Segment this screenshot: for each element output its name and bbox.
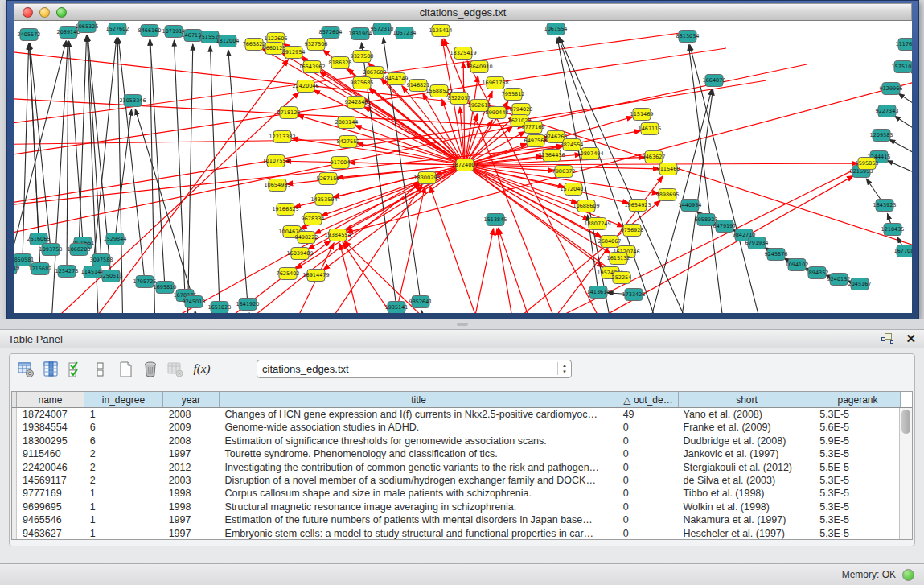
graph-edge[interactable] bbox=[67, 41, 68, 271]
table-cell[interactable]: 9465546 bbox=[17, 513, 84, 526]
graph-node-yellow[interactable]: 1467115 bbox=[639, 123, 662, 135]
table-cell[interactable]: 6 bbox=[84, 435, 163, 447]
graph-node-yellow[interactable]: 19654923 bbox=[624, 200, 651, 212]
graph-node-yellow[interactable]: 9327506 bbox=[305, 39, 328, 51]
graph-node-teal[interactable]: 8813034 bbox=[676, 31, 700, 43]
graph-node-yellow[interactable]: 14353594 bbox=[310, 194, 337, 206]
graph-edge[interactable] bbox=[340, 244, 364, 313]
table-cell[interactable]: 0 bbox=[618, 435, 678, 447]
table-cell[interactable]: 9463627 bbox=[17, 527, 84, 539]
node-table[interactable]: name in_degree year title △ out_de… shor… bbox=[11, 391, 913, 540]
graph-node-yellow[interactable]: 7986372 bbox=[552, 166, 576, 178]
table-cell[interactable]: 1997 bbox=[163, 447, 220, 460]
table-cell[interactable]: 5.3E-5 bbox=[814, 408, 899, 421]
table-cell[interactable]: 2 bbox=[84, 461, 163, 474]
table-cell[interactable]: 1997 bbox=[163, 513, 220, 526]
row-boxes-icon[interactable] bbox=[90, 359, 111, 380]
graph-node-teal[interactable]: 1068203 bbox=[68, 244, 91, 256]
graph-node-teal[interactable]: 1250513 bbox=[100, 270, 123, 282]
graph-node-yellow[interactable]: 2718126 bbox=[277, 107, 301, 119]
graph-node-teal[interactable]: 1117604 bbox=[896, 39, 912, 51]
splitter-grip[interactable] bbox=[457, 323, 468, 326]
horizontal-splitter[interactable] bbox=[0, 319, 924, 329]
maximize-window-icon[interactable] bbox=[56, 7, 67, 18]
table-cell[interactable]: Jankovic et al. (1997) bbox=[678, 447, 815, 460]
graph-node-teal[interactable]: 1209383 bbox=[870, 130, 893, 142]
graph-node-yellow[interactable]: 917004 bbox=[331, 157, 351, 169]
network-view-canvas[interactable]: 2405572206914010653251527602846616010719… bbox=[14, 21, 912, 313]
column-header-short[interactable]: short bbox=[679, 392, 815, 407]
table-cell[interactable]: 9777169 bbox=[17, 487, 84, 500]
graph-node-teal[interactable]: 1513845 bbox=[484, 214, 507, 226]
table-cell[interactable]: 19384554 bbox=[17, 421, 84, 434]
table-cell[interactable]: 2008 bbox=[163, 408, 220, 421]
graph-edge[interactable] bbox=[889, 139, 912, 173]
table-cell[interactable]: Stergiakouli et al. (2012) bbox=[678, 461, 815, 474]
graph-node-yellow[interactable]: 15720407 bbox=[560, 183, 586, 196]
graph-node-yellow[interactable]: 21364436 bbox=[538, 150, 565, 162]
table-row[interactable]: 1456911722003Disruption of a novel membe… bbox=[12, 474, 899, 487]
graph-node-yellow[interactable]: 10107554 bbox=[262, 155, 289, 167]
window-titlebar[interactable]: citations_edges.txt bbox=[14, 3, 912, 21]
graph-node-yellow[interactable]: 9115460 bbox=[657, 163, 680, 175]
graph-node-teal[interactable]: 8572604 bbox=[319, 27, 343, 39]
graph-node-teal[interactable]: 1677081 bbox=[894, 245, 912, 257]
graph-edge[interactable] bbox=[23, 43, 29, 260]
graph-node-teal[interactable]: 9129966 bbox=[880, 83, 903, 95]
table-cell[interactable]: 1997 bbox=[163, 527, 220, 539]
table-cell[interactable]: Franke et al. (2009) bbox=[678, 421, 815, 434]
graph-edge[interactable] bbox=[910, 72, 912, 97]
table-cell[interactable]: 0 bbox=[618, 501, 678, 513]
table-cell[interactable]: Investigating the contribution of common… bbox=[220, 461, 618, 474]
column-header-pagerank[interactable]: pagerank bbox=[815, 392, 901, 407]
scrollbar-thumb[interactable] bbox=[901, 410, 910, 434]
graph-node-teal[interactable]: 1733426 bbox=[622, 289, 646, 301]
graph-edge[interactable] bbox=[421, 311, 426, 313]
table-cell[interactable]: 5.6E-5 bbox=[814, 421, 899, 434]
column-header-name[interactable]: name bbox=[17, 392, 84, 407]
table-cell[interactable]: Tibbo et al. (1998) bbox=[678, 487, 815, 500]
table-row[interactable]: 977716911998Corpus callosum shape and si… bbox=[12, 487, 899, 500]
column-header-out-degree[interactable]: △ out_de… bbox=[618, 392, 679, 407]
graph-edge[interactable] bbox=[285, 161, 465, 165]
function-builder-icon[interactable]: f(x) bbox=[190, 359, 214, 380]
table-cell[interactable]: Corpus callosum shape and size in male p… bbox=[220, 487, 618, 500]
table-cell[interactable]: 5.3E-5 bbox=[814, 447, 899, 460]
graph-node-yellow[interactable]: 9242848 bbox=[345, 97, 368, 109]
graph-node-teal[interactable]: 1093758 bbox=[39, 244, 63, 256]
table-cell[interactable]: 5.3E-5 bbox=[814, 501, 899, 513]
table-row[interactable]: 946362711997Embryonic stem cells: a mode… bbox=[12, 527, 899, 539]
graph-node-yellow[interactable]: 1151469 bbox=[630, 109, 654, 121]
table-cell[interactable]: 5.3E-5 bbox=[814, 474, 899, 487]
table-row[interactable]: 969969511998Structural magnetic resonanc… bbox=[12, 501, 899, 513]
graph-node-yellow[interactable]: 19384554 bbox=[324, 229, 351, 241]
graph-node-yellow[interactable]: 1615132 bbox=[607, 253, 630, 265]
graph-node-teal[interactable]: 1061554 bbox=[544, 23, 568, 35]
graph-node-yellow[interactable]: 9678334 bbox=[302, 213, 325, 225]
table-cell[interactable]: Genome-wide association studies in ADHD. bbox=[220, 421, 618, 434]
table-cell[interactable]: 5.3E-5 bbox=[814, 487, 899, 500]
graph-node-yellow[interactable]: 8186328 bbox=[329, 57, 352, 69]
graph-node-teal[interactable]: 1529844 bbox=[104, 233, 127, 245]
table-cell[interactable]: Yano et al. (2008) bbox=[678, 408, 815, 421]
graph-edge[interactable] bbox=[210, 46, 220, 307]
table-options-icon[interactable] bbox=[15, 359, 36, 380]
close-window-icon[interactable] bbox=[23, 7, 33, 18]
show-columns-icon[interactable] bbox=[40, 359, 61, 380]
graph-edge[interactable] bbox=[887, 160, 912, 189]
graph-node-teal[interactable]: 6791934 bbox=[745, 237, 769, 249]
table-cell[interactable]: 2 bbox=[84, 447, 163, 460]
delete-column-icon[interactable] bbox=[140, 359, 161, 380]
graph-node-teal[interactable]: 9240132 bbox=[827, 274, 851, 286]
graph-node-yellow[interactable]: 8990448 bbox=[486, 107, 509, 119]
graph-node-teal[interactable]: 1812004 bbox=[216, 35, 240, 47]
table-cell[interactable]: de Silva et al. (2003) bbox=[678, 474, 815, 487]
graph-node-yellow[interactable]: 2684067 bbox=[598, 236, 622, 248]
table-cell[interactable]: Nakamura et al. (1997) bbox=[678, 513, 815, 526]
graph-node-teal[interactable]: 1065325 bbox=[76, 21, 99, 33]
graph-node-teal[interactable]: 2405572 bbox=[18, 29, 41, 41]
graph-edge[interactable] bbox=[30, 43, 51, 249]
table-row[interactable]: 946554611997Estimation of the future num… bbox=[12, 513, 899, 526]
table-cell[interactable]: 5.3E-5 bbox=[814, 527, 899, 539]
graph-edge[interactable] bbox=[187, 44, 193, 313]
